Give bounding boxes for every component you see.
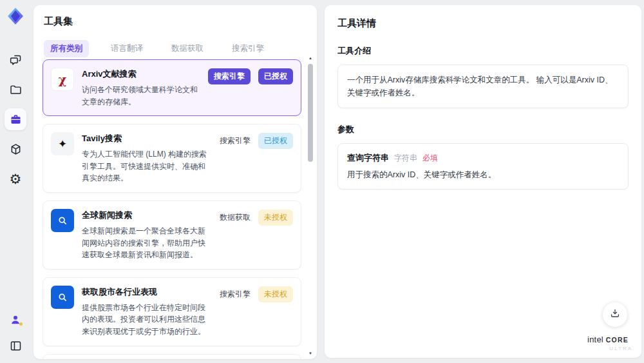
tool-card[interactable]: χ ✦ bbox=[43, 277, 301, 346]
category-badge: 搜索引擎 bbox=[220, 135, 251, 146]
param-type: 字符串 bbox=[394, 153, 417, 164]
status-badge: 未授权 bbox=[258, 286, 293, 302]
page-title: 工具集 bbox=[44, 15, 307, 28]
params-heading: 参数 bbox=[337, 124, 629, 135]
status-badge: 已授权 bbox=[258, 133, 293, 149]
panel-icon bbox=[9, 339, 23, 353]
tool-details-panel: 工具详情 工具介绍 一个用于从Arxiv存储库搜索科学论文和文章的工具。 输入可… bbox=[325, 5, 641, 358]
status-badge: 未授权 bbox=[258, 210, 293, 226]
tool-card[interactable]: χ ✦ bbox=[43, 124, 301, 193]
sidebar-item-collapse[interactable] bbox=[5, 335, 26, 357]
scroll-down-arrow[interactable]: ▼ bbox=[307, 351, 314, 357]
tool-card[interactable]: χ ✦ bbox=[43, 201, 301, 270]
scrollbar-thumb[interactable] bbox=[308, 64, 313, 162]
tool-icon: χ ✦ bbox=[51, 209, 74, 232]
sidebar-item-models[interactable] bbox=[5, 138, 26, 160]
intro-heading: 工具介绍 bbox=[337, 45, 629, 57]
sparkle-icon: ✦ bbox=[58, 137, 67, 151]
intro-box: 一个用于从Arxiv存储库搜索科学论文和文章的工具。 输入可以是Arxiv ID… bbox=[337, 64, 629, 108]
param-required-badge: 必填 bbox=[422, 153, 438, 164]
param-box: 查询字符串 字符串 必填 用于搜索的Arxiv ID、关键字或作者姓名。 bbox=[337, 143, 629, 190]
intro-text: 一个用于从Arxiv存储库搜索科学论文和文章的工具。 输入可以是Arxiv ID… bbox=[347, 74, 619, 99]
download-button[interactable] bbox=[603, 302, 627, 327]
chat-icon bbox=[9, 54, 23, 67]
gear-icon: ⚙ bbox=[10, 172, 22, 186]
tool-icon: χ ✦ bbox=[51, 68, 74, 91]
tool-description: 全球新闻搜索是一个聚合全球各大新闻网站内容的搜索引擎，帮助用户快速获取全球最新资… bbox=[82, 225, 212, 261]
search-app-icon bbox=[56, 291, 69, 304]
param-description: 用于搜索的Arxiv ID、关键字或作者姓名。 bbox=[347, 170, 619, 181]
folder-icon bbox=[9, 83, 23, 97]
sidebar-item-tools[interactable] bbox=[5, 108, 26, 130]
tool-name: Tavily搜索 bbox=[82, 132, 212, 144]
scroll-up-arrow[interactable]: ▲ bbox=[307, 55, 314, 61]
cube-icon bbox=[9, 142, 23, 156]
details-title: 工具详情 bbox=[337, 17, 629, 30]
ultra-brand-text: ultra bbox=[583, 346, 632, 351]
search-app-icon bbox=[56, 214, 69, 227]
core-brand-text: core bbox=[606, 336, 629, 344]
tools-panel: 工具集 所有类别 语言翻译 数据获取 搜索引擎 χ ✦ bbox=[33, 5, 317, 359]
intel-core-logo: intel core ultra bbox=[583, 335, 632, 351]
app-logo bbox=[5, 5, 26, 27]
intel-brand-text: intel bbox=[587, 335, 603, 344]
tool-description: 提供股票市场各个行业在特定时间段内的表现。投资者可以利用这些信息来识别表现优于或… bbox=[82, 302, 212, 338]
category-tab[interactable]: 语言翻译 bbox=[104, 40, 149, 57]
download-icon bbox=[609, 308, 621, 322]
tool-icon: χ ✦ bbox=[51, 286, 74, 309]
tool-name: 获取股市各行业表现 bbox=[82, 286, 212, 298]
sidebar-item-files[interactable] bbox=[5, 79, 26, 101]
category-tab[interactable]: 数据获取 bbox=[165, 40, 210, 57]
user-icon bbox=[9, 313, 22, 326]
tool-description: 专为人工智能代理 (LLM) 构建的搜索引擎工具。可快速提供实时、准确和真实的结… bbox=[82, 148, 212, 184]
category-tab[interactable]: 所有类别 bbox=[44, 40, 89, 57]
tool-name: Arxiv文献搜索 bbox=[82, 68, 200, 80]
list-scrollbar: ▲ ▼ bbox=[307, 55, 314, 357]
param-name: 查询字符串 bbox=[347, 152, 389, 164]
category-tabs: 所有类别 语言翻译 数据获取 搜索引擎 bbox=[44, 40, 307, 57]
sidebar-item-settings[interactable]: ⚙ bbox=[5, 168, 26, 190]
tool-list: χ ✦ bbox=[43, 59, 301, 359]
left-rail: ⚙ bbox=[0, 0, 31, 363]
sidebar-item-account[interactable] bbox=[5, 309, 26, 331]
arxiv-icon: χ bbox=[59, 72, 67, 86]
sidebar-item-chat[interactable] bbox=[5, 49, 26, 71]
status-badge: 已授权 bbox=[258, 68, 293, 84]
tool-name: 全球新闻搜索 bbox=[82, 209, 212, 221]
tool-icon: χ ✦ bbox=[51, 132, 74, 155]
tool-card[interactable]: χ ✦ bbox=[43, 354, 301, 359]
category-badge: 数据获取 bbox=[220, 212, 251, 223]
tool-card[interactable]: χ ✦ bbox=[43, 59, 301, 116]
category-badge: 搜索引擎 bbox=[220, 289, 251, 300]
tool-description: 访问各个研究领域大量科学论文和文章的存储库。 bbox=[82, 84, 200, 108]
category-tab[interactable]: 搜索引擎 bbox=[225, 40, 270, 57]
category-badge: 搜索引擎 bbox=[208, 68, 251, 84]
briefcase-icon bbox=[9, 113, 23, 126]
